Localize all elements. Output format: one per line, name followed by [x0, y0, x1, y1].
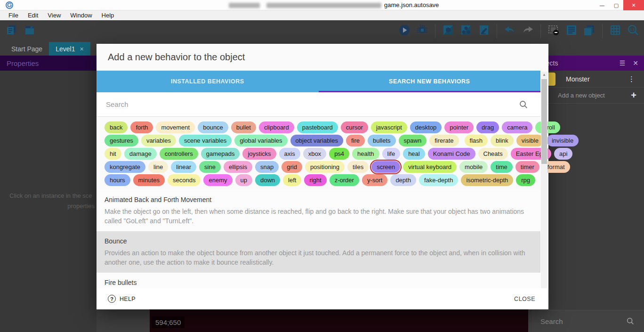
tag-chip-bounce[interactable]: bounce: [198, 121, 228, 133]
tag-chip-damage[interactable]: damage: [124, 148, 157, 160]
tag-chip-enemy[interactable]: enemy: [203, 174, 232, 186]
behavior-item[interactable]: Fire bulletsAllow the object to fire bul…: [97, 273, 540, 288]
tag-chip-cursor[interactable]: cursor: [341, 121, 368, 133]
objects-search[interactable]: Search: [532, 310, 644, 332]
tab-start-page[interactable]: Start Page: [5, 42, 49, 56]
zoom-one-to-one-button[interactable]: 1:1: [626, 24, 640, 38]
tag-chip-back[interactable]: back: [105, 121, 128, 133]
tag-chip-heal[interactable]: heal: [403, 148, 425, 160]
tag-chip-hours[interactable]: hours: [105, 174, 130, 186]
tag-chip-bullet[interactable]: bullet: [231, 121, 256, 133]
scrollbar-up-icon[interactable]: ▲: [541, 73, 547, 77]
tag-chip-mobile[interactable]: mobile: [459, 161, 488, 173]
tag-chip-positioning[interactable]: positioning: [305, 161, 345, 173]
tag-chip-bullets[interactable]: bullets: [368, 135, 396, 146]
close-dialog-button[interactable]: CLOSE: [512, 293, 537, 305]
close-window-button[interactable]: ✕: [623, 0, 644, 10]
tag-chip-joysticks[interactable]: joysticks: [242, 148, 276, 160]
tag-chip-sine[interactable]: sine: [199, 161, 221, 173]
debug-button[interactable]: [415, 24, 429, 38]
tag-chip-fire[interactable]: fire: [346, 135, 365, 146]
tag-chip-isometric-depth[interactable]: isometric-depth: [461, 174, 513, 186]
tag-chip-desktop[interactable]: desktop: [410, 121, 442, 133]
tag-chip-flash[interactable]: flash: [465, 135, 488, 146]
menu-window[interactable]: Window: [65, 11, 97, 20]
dialog-tab-installed-behaviors[interactable]: INSTALLED BEHAVIORS: [97, 71, 319, 92]
tag-chip-drag[interactable]: drag: [476, 121, 499, 133]
dialog-tab-search-new-behaviors[interactable]: SEARCH NEW BEHAVIORS: [319, 71, 541, 92]
tag-chip-gestures[interactable]: gestures: [105, 135, 138, 146]
project-manager-button[interactable]: [23, 24, 37, 38]
tag-chip-axis[interactable]: axis: [279, 148, 300, 160]
tag-chip-ellipsis[interactable]: ellipsis: [224, 161, 252, 173]
tag-chip-depth[interactable]: depth: [390, 174, 416, 186]
tab-close-icon[interactable]: ×: [80, 45, 83, 53]
tag-chip-down[interactable]: down: [255, 174, 280, 186]
tag-chip-api[interactable]: api: [554, 148, 572, 160]
tag-chip-left[interactable]: left: [283, 174, 301, 186]
menu-view[interactable]: View: [43, 11, 65, 20]
minimize-button[interactable]: —: [595, 0, 609, 10]
tag-chip-object-variables[interactable]: object variables: [290, 135, 343, 146]
tag-chip-fake-depth[interactable]: fake-depth: [419, 174, 458, 186]
tag-chip-hit[interactable]: hit: [105, 148, 121, 160]
behavior-item[interactable]: BounceProvides an action to make the obj…: [97, 231, 540, 273]
tag-chip-konami-code[interactable]: Konami Code: [428, 148, 475, 160]
tag-chip-y-sort[interactable]: y-sort: [362, 174, 388, 186]
tag-chip-screen[interactable]: screen: [371, 161, 400, 173]
maximize-button[interactable]: ▢: [609, 0, 623, 10]
add-icon[interactable]: +: [631, 90, 636, 101]
tag-chip-kongregate[interactable]: kongregate: [105, 161, 145, 173]
tag-chip-variables[interactable]: variables: [141, 135, 176, 146]
layers-editor-button[interactable]: [582, 24, 596, 38]
tag-chip-up[interactable]: up: [235, 174, 252, 186]
tag-chip-grid[interactable]: grid: [282, 161, 302, 173]
start-page-button[interactable]: [5, 24, 19, 38]
tag-chip-global-variables[interactable]: global variables: [234, 135, 287, 146]
tag-chip-ps4[interactable]: ps4: [329, 148, 349, 160]
close-panel-icon[interactable]: ✕: [633, 59, 638, 67]
help-button[interactable]: ? HELP: [108, 295, 136, 303]
tab-level1[interactable]: Level1×: [49, 42, 90, 56]
tag-chip-time[interactable]: time: [491, 161, 513, 173]
tag-chip-seconds[interactable]: seconds: [168, 174, 201, 186]
behavior-search-input[interactable]: [105, 100, 519, 109]
undo-button[interactable]: [503, 24, 517, 38]
tag-chip-z-order[interactable]: z-order: [330, 174, 359, 186]
tag-chip-life[interactable]: life: [382, 148, 401, 160]
tag-chip-scroll[interactable]: scroll: [535, 121, 560, 133]
mask-toggle-button[interactable]: [547, 24, 561, 38]
tag-chip-pasteboard[interactable]: pasteboard: [297, 121, 338, 133]
objects-editor-button[interactable]: [441, 24, 455, 38]
redo-button[interactable]: [521, 24, 535, 38]
tag-chip-forth[interactable]: forth: [130, 121, 153, 133]
scene-editor-canvas[interactable]: 594;650: [97, 309, 532, 332]
tag-chip-virtual-keyboard[interactable]: virtual keyboard: [403, 161, 457, 173]
tag-chip-rpg[interactable]: rpg: [516, 174, 535, 186]
add-object-row[interactable]: Add a new object +: [532, 88, 644, 104]
menu-edit[interactable]: Edit: [23, 11, 43, 20]
tag-chip-movement[interactable]: movement: [156, 121, 195, 133]
tag-chip-firerate[interactable]: firerate: [429, 135, 459, 146]
menu-file[interactable]: File: [4, 11, 23, 20]
tag-chip-controllers[interactable]: controllers: [160, 148, 198, 160]
tag-chip-pointer[interactable]: pointer: [444, 121, 474, 133]
object-groups-editor-button[interactable]: [459, 24, 473, 38]
tag-chip-blink[interactable]: blink: [491, 135, 514, 146]
tag-chip-health[interactable]: health: [352, 148, 379, 160]
object-row[interactable]: Monster⋮: [532, 71, 644, 88]
tag-chip-timer[interactable]: timer: [515, 161, 539, 173]
dialog-scrollbar[interactable]: ▲ ▼: [541, 72, 547, 288]
tag-chip-visible[interactable]: visible: [516, 135, 544, 146]
tag-chip-snap[interactable]: snap: [255, 161, 279, 173]
behavior-item[interactable]: Animated Back and Forth MovementMake the…: [97, 190, 540, 231]
tag-chip-invisible[interactable]: invisible: [547, 135, 579, 146]
tag-chip-cheats[interactable]: Cheats: [478, 148, 508, 160]
filter-icon[interactable]: ☰: [620, 59, 626, 67]
play-button[interactable]: [397, 24, 411, 38]
tag-chip-line[interactable]: line: [148, 161, 168, 173]
scene-canvas[interactable]: 594;650: [150, 309, 528, 332]
tag-chip-minutes[interactable]: minutes: [133, 174, 165, 186]
menu-help[interactable]: Help: [97, 11, 119, 20]
grid-toggle-button[interactable]: [608, 24, 622, 38]
